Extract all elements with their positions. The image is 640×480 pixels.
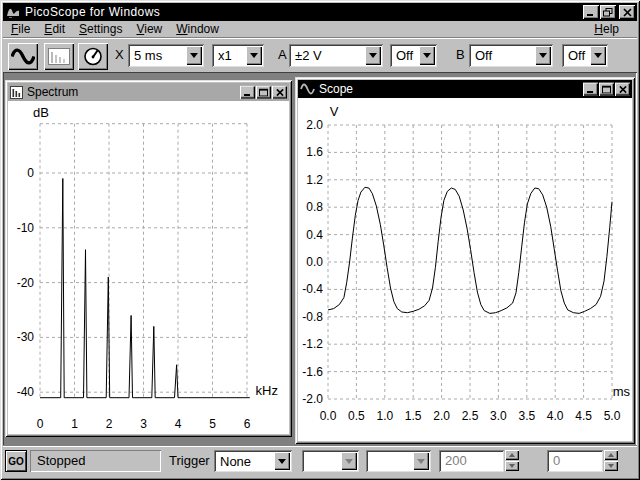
menu-settings[interactable]: Settings [73,21,128,37]
restore-button[interactable] [600,5,616,19]
trigger-direction-dropdown-button[interactable] [413,452,429,470]
trigger-threshold-spinner[interactable]: 200 [439,450,520,472]
minimize-icon [586,8,596,17]
menu-file[interactable]: File [5,21,36,37]
menu-view[interactable]: View [130,21,168,37]
menu-help[interactable]: Help [588,21,625,37]
timebase-label: X [115,47,124,62]
svg-text:-1.2: -1.2 [302,337,323,351]
svg-text:2.0: 2.0 [306,118,323,132]
trigger-delay-spinner[interactable]: 0 [547,450,619,472]
svg-text:5.0: 5.0 [604,409,621,423]
channel-b-coupling-dropdown-button[interactable] [590,46,606,65]
minimize-icon [586,85,595,93]
svg-text:1.2: 1.2 [306,173,323,187]
spectrum-window-controls [239,86,287,99]
scope-view-button[interactable] [8,43,38,70]
trigger-channel-dropdown-button[interactable] [341,452,357,470]
svg-text:0.0: 0.0 [306,255,323,269]
spectrum-plot: 01234560-10-20-30-40dBkHz [8,101,289,434]
svg-text:1.5: 1.5 [405,409,422,423]
go-button[interactable]: GO [5,450,27,472]
meter-view-button[interactable] [78,43,108,70]
x-multiplier-select[interactable]: x1 [212,44,264,67]
menu-edit[interactable]: Edit [38,21,71,37]
scope-window: Scope 0.00.51.01.52.02.53.03.54.04.55.02… [295,77,635,444]
scope-plot: 0.00.51.01.52.02.53.03.54.04.55.02.01.61… [298,98,632,441]
svg-text:0: 0 [27,166,34,180]
threshold-spin-up-button[interactable] [505,450,519,460]
channel-a-range-dropdown-button[interactable] [365,46,381,65]
spectrum-view-button[interactable] [44,43,74,70]
svg-text:-40: -40 [17,385,35,399]
trigger-mode-dropdown-button[interactable] [274,452,290,470]
chevron-down-icon [278,459,286,464]
spectrum-window: Spectrum 01234560-10-20-30-40dBkHz [5,80,292,437]
trigger-mode-select[interactable]: None [214,450,292,472]
window-controls [582,5,635,19]
chevron-down-icon [423,53,431,58]
menu-window[interactable]: Window [170,21,225,37]
spectrum-minimize-button[interactable] [240,86,255,99]
channel-b-coupling-select[interactable]: Off [562,44,608,67]
trigger-channel-select[interactable] [302,450,359,472]
title-bar: PicoScope for Windows [3,3,637,21]
x-multiplier-dropdown-button[interactable] [246,46,262,65]
trigger-direction-select[interactable] [366,450,431,472]
svg-text:6: 6 [244,417,251,431]
channel-a-coupling-select[interactable]: Off [390,44,437,67]
timebase-dropdown-button[interactable] [186,46,202,65]
scope-title-bar[interactable]: Scope [298,80,632,98]
chevron-down-icon [190,53,198,58]
maximize-icon [259,88,268,96]
svg-text:1: 1 [71,417,78,431]
svg-text:3.0: 3.0 [490,409,507,423]
svg-text:2: 2 [106,417,113,431]
delay-spin-down-button[interactable] [604,461,618,471]
spectrum-close-button[interactable] [272,86,287,99]
chevron-down-icon [509,464,515,468]
minimize-button[interactable] [583,5,599,19]
spectrum-maximize-button[interactable] [256,86,271,99]
svg-text:ms: ms [613,384,631,399]
spectrum-window-icon [10,86,23,99]
channel-a-range-select[interactable]: ±2 V [289,44,383,67]
threshold-spin-down-button[interactable] [505,461,519,471]
svg-text:-10: -10 [17,221,35,235]
spectrum-plot-area: 01234560-10-20-30-40dBkHz [8,101,289,434]
spectrum-title-bar[interactable]: Spectrum [8,83,289,101]
workspace: Spectrum 01234560-10-20-30-40dBkHz [3,72,637,446]
svg-text:kHz: kHz [256,383,278,398]
svg-text:4: 4 [175,417,182,431]
svg-text:-30: -30 [17,330,35,344]
svg-text:0.4: 0.4 [306,228,323,242]
meter-icon [82,47,104,66]
trigger-label: Trigger [169,450,210,472]
chevron-down-icon [608,464,614,468]
chevron-down-icon [250,53,258,58]
menu-bar: File Edit Settings View Window Help [3,21,637,37]
scope-close-button[interactable] [615,83,630,96]
scope-maximize-button[interactable] [599,83,614,96]
x-multiplier-value: x1 [218,48,232,63]
close-icon [623,8,632,17]
svg-text:3: 3 [140,417,147,431]
timebase-value: 5 ms [134,48,162,63]
chevron-up-icon [608,453,614,457]
channel-b-coupling-value: Off [568,48,585,63]
channel-b-range-dropdown-button[interactable] [535,46,551,65]
chevron-down-icon [594,53,602,58]
toolbar: X 5 ms x1 A ±2 V Off B Off Off [3,37,637,73]
timebase-select[interactable]: 5 ms [128,44,204,67]
close-button[interactable] [619,5,635,19]
scope-minimize-button[interactable] [583,83,598,96]
scope-window-controls [582,83,630,96]
channel-b-range-select[interactable]: Off [469,44,553,67]
scope-window-title: Scope [319,82,353,96]
svg-text:0.0: 0.0 [320,409,337,423]
svg-text:3.5: 3.5 [518,409,535,423]
channel-a-coupling-dropdown-button[interactable] [419,46,435,65]
delay-spin-up-button[interactable] [604,450,618,460]
svg-text:-2.0: -2.0 [302,392,323,406]
trigger-threshold-value: 200 [439,450,504,472]
